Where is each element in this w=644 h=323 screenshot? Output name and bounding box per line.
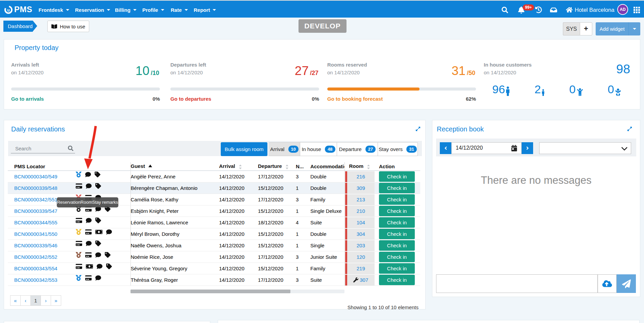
svg-text:u: u (7, 8, 9, 13)
